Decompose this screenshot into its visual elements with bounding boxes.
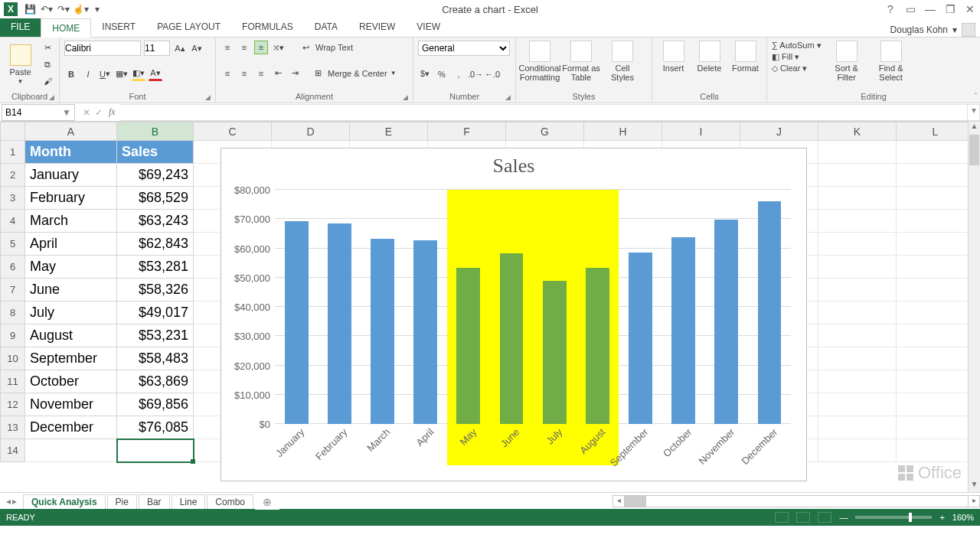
cell-B4[interactable]: $63,243 — [117, 210, 194, 233]
border-icon[interactable]: ▦▾ — [115, 67, 129, 81]
minimize-icon[interactable]: — — [920, 0, 940, 18]
cell-K1[interactable] — [818, 141, 897, 164]
cell-L13[interactable] — [897, 416, 975, 439]
chart-bar-may[interactable] — [456, 268, 480, 424]
clear-button[interactable]: ◇ Clear ▾ — [772, 64, 822, 73]
cell-B13[interactable]: $76,085 — [117, 416, 194, 439]
align-middle-icon[interactable]: ≡ — [237, 41, 251, 54]
sheet-tab-combo[interactable]: Combo — [207, 494, 253, 509]
increase-indent-icon[interactable]: ⇥ — [288, 67, 302, 80]
cell-K2[interactable] — [818, 164, 897, 187]
font-color-icon[interactable]: A▾ — [149, 67, 162, 81]
fill-color-icon[interactable]: ◧▾ — [132, 67, 145, 81]
tab-home[interactable]: HOME — [41, 18, 91, 37]
chart-bar-january[interactable] — [285, 221, 309, 424]
wrap-text-icon[interactable]: ↩ — [299, 41, 312, 54]
fill-button[interactable]: ◧ Fill ▾ — [772, 52, 822, 62]
add-sheet-button[interactable]: ⊕ — [255, 494, 279, 510]
tab-page-layout[interactable]: PAGE LAYOUT — [146, 18, 231, 37]
cell-B9[interactable]: $53,231 — [117, 324, 194, 347]
chart-bar-july[interactable] — [543, 281, 567, 424]
zoom-in-icon[interactable]: + — [939, 513, 944, 522]
redo-icon[interactable]: ↷▾ — [55, 0, 72, 18]
cell-K8[interactable] — [818, 302, 897, 324]
cell-A10[interactable]: September — [25, 347, 117, 370]
fx-icon[interactable]: fx — [109, 106, 120, 118]
sheet-tab-bar[interactable]: Bar — [139, 494, 170, 509]
cell-B3[interactable]: $68,529 — [117, 187, 194, 210]
col-header-L[interactable]: L — [897, 122, 975, 141]
row-header-8[interactable]: 8 — [1, 302, 25, 324]
chart-bar-march[interactable] — [371, 239, 394, 424]
close-icon[interactable]: ✕ — [960, 0, 980, 18]
cell-K11[interactable] — [818, 370, 897, 393]
zoom-slider[interactable] — [855, 516, 932, 519]
cell-B8[interactable]: $49,017 — [117, 302, 194, 324]
normal-view-icon[interactable] — [775, 512, 789, 523]
chart-bar-april[interactable] — [413, 240, 437, 424]
format-as-table-button[interactable]: Format as Table — [562, 41, 600, 82]
worksheet-grid[interactable]: ABCDEFGHIJKL1MonthSales2January$69,2433F… — [0, 122, 980, 492]
undo-icon[interactable]: ↶▾ — [38, 0, 55, 18]
col-header-J[interactable]: J — [740, 122, 818, 141]
qat-customize-icon[interactable]: ▾ — [89, 0, 106, 18]
currency-icon[interactable]: $▾ — [418, 67, 432, 81]
cell-styles-button[interactable]: Cell Styles — [603, 41, 642, 82]
cancel-formula-icon[interactable]: ✕ — [83, 107, 90, 118]
zoom-out-icon[interactable]: — — [839, 513, 848, 522]
tab-file[interactable]: FILE — [0, 18, 41, 37]
ribbon-options-icon[interactable]: ▭ — [900, 0, 920, 18]
increase-decimal-icon[interactable]: .0→ — [469, 67, 482, 81]
touch-mode-icon[interactable]: ☝▾ — [72, 0, 89, 18]
cell-K6[interactable] — [818, 256, 897, 279]
cell-B7[interactable]: $58,326 — [117, 279, 194, 302]
tab-scroll-right-icon[interactable]: ▸ — [12, 496, 17, 507]
grow-font-icon[interactable]: A▴ — [173, 41, 187, 55]
paste-button[interactable]: Paste▼ — [5, 44, 36, 85]
autosum-button[interactable]: ∑ AutoSum ▾ — [772, 41, 822, 51]
cell-L2[interactable] — [897, 164, 975, 187]
cell-L6[interactable] — [897, 256, 975, 279]
font-name-input[interactable] — [64, 41, 141, 56]
tab-formulas[interactable]: FORMULAS — [231, 18, 304, 37]
tab-review[interactable]: REVIEW — [348, 18, 406, 37]
chart-bar-february[interactable] — [328, 223, 351, 424]
dialog-launcher-icon[interactable]: ◢ — [505, 93, 511, 101]
row-header-2[interactable]: 2 — [1, 164, 25, 187]
row-header-9[interactable]: 9 — [1, 324, 25, 347]
cell-K7[interactable] — [818, 279, 897, 302]
row-header-11[interactable]: 11 — [1, 370, 25, 393]
chart-bar-august[interactable] — [586, 268, 609, 424]
save-icon[interactable]: 💾 — [21, 0, 38, 18]
tab-insert[interactable]: INSERT — [91, 18, 146, 37]
user-name[interactable]: Douglas Kohn — [890, 24, 948, 35]
cell-B10[interactable]: $58,483 — [117, 347, 194, 370]
cell-A14[interactable] — [25, 439, 117, 462]
percent-icon[interactable]: % — [435, 67, 449, 81]
sheet-tab-line[interactable]: Line — [172, 494, 206, 509]
formula-input[interactable] — [120, 104, 968, 121]
cell-B2[interactable]: $69,243 — [117, 164, 194, 187]
align-bottom-icon[interactable]: ≡ — [254, 41, 268, 54]
collapse-ribbon-icon[interactable]: ˆ — [975, 93, 977, 101]
col-header-F[interactable]: F — [428, 122, 506, 141]
row-header-1[interactable]: 1 — [1, 141, 25, 164]
find-select-button[interactable]: Find & Select — [872, 41, 910, 82]
cell-A4[interactable]: March — [25, 210, 117, 233]
cell-L3[interactable] — [897, 187, 975, 210]
row-header-13[interactable]: 13 — [1, 416, 25, 439]
dialog-launcher-icon[interactable]: ◢ — [403, 93, 408, 101]
sheet-tab-pie[interactable]: Pie — [107, 494, 137, 509]
cell-A7[interactable]: June — [25, 279, 117, 302]
cell-B5[interactable]: $62,843 — [117, 233, 194, 256]
cell-B1[interactable]: Sales — [117, 141, 194, 164]
chart-bar-june[interactable] — [500, 253, 524, 424]
cell-A5[interactable]: April — [25, 233, 117, 256]
italic-icon[interactable]: I — [81, 67, 95, 81]
font-size-input[interactable] — [144, 41, 170, 56]
name-box[interactable]: B14▼ — [2, 104, 75, 121]
cell-A2[interactable]: January — [25, 164, 117, 187]
cell-L11[interactable] — [897, 370, 975, 393]
cell-K10[interactable] — [818, 347, 897, 370]
cell-K4[interactable] — [818, 210, 897, 233]
